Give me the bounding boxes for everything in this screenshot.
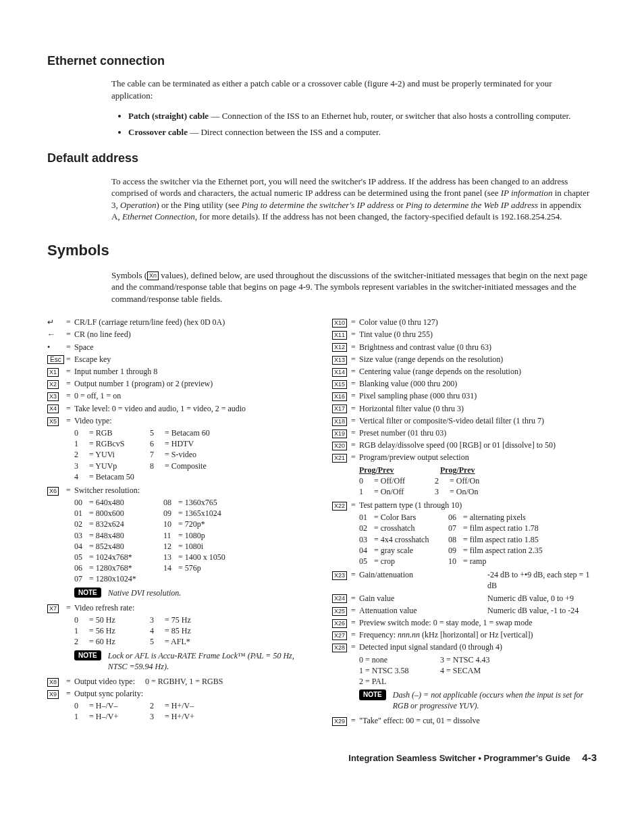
paragraph-symbols: Symbols (Xn values), defined below, are … — [111, 269, 590, 305]
video-type-table: 0= RGB5= Betacam 60 1= RGBcvS6= HDTV 2= … — [74, 427, 312, 482]
prog-prev-table: 0= Off/Off2= Off/On 1= On/Off3= On/On — [359, 475, 597, 497]
note-badge-icon: NOTE — [74, 650, 101, 661]
sync-polarity-table: 0= H–/V–2= H+/V– 1= H–/V+3= H+/V+ — [74, 700, 312, 722]
note-native-dvi: NOTE Native DVI resolution. — [74, 588, 312, 598]
video-refresh-table: 0= 50 Hz3= 75 Hz 1= 56 Hz4= 85 Hz 2= 60 … — [74, 615, 312, 648]
symbols-columns: ↵=CR/LF (carriage return/line feed) (hex… — [47, 317, 597, 727]
paragraph-ethernet: The cable can be terminated as either a … — [111, 78, 590, 101]
note-afl: NOTE Lock or AFL is Accu-RATE Frame Lock… — [74, 650, 312, 672]
heading-ethernet-connection: Ethernet connection — [47, 53, 597, 69]
paragraph-default-address: To access the switcher via the Ethernet … — [111, 176, 590, 223]
test-pattern-table: 01= Color Bars06= alternating pixels 02=… — [359, 512, 597, 567]
heading-default-address: Default address — [47, 150, 597, 166]
symbols-left-column: ↵=CR/LF (carriage return/line feed) (hex… — [47, 317, 312, 727]
note-dash: NOTE Dash (–) = not applicable (occurs w… — [359, 689, 597, 711]
heading-symbols: Symbols — [47, 240, 597, 261]
prog-prev-header: Prog/PrevProg/Prev — [359, 465, 597, 475]
symbols-right-column: X10=Color value (0 thru 127) X11=Tint va… — [332, 317, 597, 727]
ethernet-bullets: Patch (straight) cable — Connection of t… — [128, 110, 597, 138]
xn-symbol: Xn — [147, 271, 159, 280]
switcher-resolution-table: 00= 640x48008= 1360x765 01= 800x60009= 1… — [74, 497, 312, 585]
bullet-crossover-cable: Crossover cable — Direct connection betw… — [128, 126, 597, 138]
note-badge-icon: NOTE — [359, 689, 386, 700]
input-signal-table: 0 = none3 = NTSC 4.43 1 = NTSC 3.584 = S… — [359, 654, 597, 687]
page-footer: Integration Seamless Switcher • Programm… — [47, 751, 597, 764]
note-badge-icon: NOTE — [74, 588, 101, 598]
bullet-patch-cable: Patch (straight) cable — Connection of t… — [128, 110, 597, 122]
